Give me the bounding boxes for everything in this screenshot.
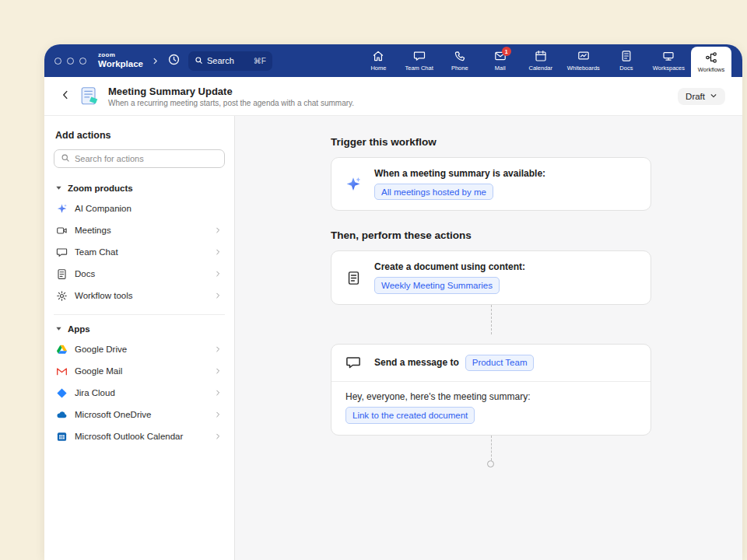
nav-item-phone[interactable]: Phone [440, 44, 480, 77]
nav-item-docs[interactable]: Docs [606, 44, 647, 77]
window-control-dot[interactable] [54, 58, 61, 65]
window-control-dot[interactable] [79, 58, 86, 65]
send-message-action-card[interactable]: Send a message to Product Team Hey, ever… [331, 344, 651, 436]
sidebar-item-label: Meetings [75, 226, 111, 235]
sidebar-item-jira-cloud[interactable]: Jira Cloud [54, 382, 225, 404]
sidebar-section-zoom-products: Zoom products AI Companion Meetings [54, 179, 225, 306]
sidebar-item-label: Google Drive [75, 345, 127, 354]
team-chat-icon [55, 246, 68, 258]
caret-down-icon [55, 184, 62, 193]
nav-item-calendar[interactable]: Calendar [521, 44, 561, 77]
chevron-right-icon [214, 389, 222, 397]
sidebar-item-workflow-tools[interactable]: Workflow tools [54, 285, 225, 306]
sidebar-item-label: Docs [75, 269, 95, 278]
draft-status-dropdown[interactable]: Draft [678, 88, 725, 105]
create-document-action-card[interactable]: Create a document using content: Weekly … [331, 250, 651, 304]
zoom-workplace-logo: zoom Workplace [98, 52, 143, 69]
sidebar-item-ai-companion[interactable]: AI Companion [54, 198, 225, 219]
chevron-right-icon [214, 226, 222, 234]
ai-companion-icon [55, 202, 68, 215]
google-drive-icon [55, 343, 68, 355]
sidebar-title: Add actions [55, 130, 225, 141]
sidebar-item-google-mail[interactable]: Google Mail [54, 360, 225, 382]
sidebar-item-meetings[interactable]: Meetings [54, 219, 225, 241]
sidebar-item-team-chat[interactable]: Team Chat [54, 241, 225, 263]
workflow-connector-line [491, 436, 492, 460]
trigger-card[interactable]: When a meeting summary is available: All… [331, 157, 651, 211]
sidebar-item-label: Team Chat [75, 247, 118, 257]
trigger-card-title: When a meeting summary is available: [374, 168, 545, 179]
chevron-right-icon [214, 367, 222, 375]
history-button[interactable] [167, 53, 181, 69]
workflow-canvas: Trigger this workflow When a meeting sum… [235, 116, 742, 560]
nav-expand-chevron[interactable] [151, 57, 160, 65]
sidebar-item-docs[interactable]: Docs [54, 263, 225, 285]
document-link-chip[interactable]: Link to the created document [345, 407, 475, 423]
sidebar-item-label: Microsoft OneDrive [75, 410, 151, 419]
workflow-connector-line [491, 305, 492, 334]
nav-item-mail[interactable]: 1 Mail [480, 44, 521, 77]
chevron-down-icon [710, 92, 717, 101]
nav-item-home[interactable]: Home [358, 44, 398, 77]
docs-icon [55, 268, 68, 280]
sidebar-item-label: Jira Cloud [75, 388, 115, 397]
docs-icon [620, 50, 633, 62]
nav-item-label: Mail [495, 65, 506, 72]
section-header-apps[interactable]: Apps [54, 320, 225, 338]
mail-unread-badge: 1 [502, 47, 511, 56]
nav-item-whiteboards[interactable]: Whiteboards [561, 44, 606, 77]
chevron-right-icon [214, 432, 222, 440]
action-card-title: Send a message to [374, 357, 459, 368]
team-chat-icon [413, 50, 426, 62]
history-icon [167, 53, 181, 69]
trigger-scope-chip[interactable]: All meetings hosted by me [374, 184, 493, 200]
add-actions-sidebar: Add actions Zoom products AI Companion [44, 116, 235, 560]
sidebar-item-label: Workflow tools [75, 291, 133, 300]
actions-search-field[interactable] [54, 149, 225, 168]
nav-item-team-chat[interactable]: Team Chat [398, 44, 439, 77]
action-card-title: Create a document using content: [374, 261, 525, 272]
section-label: Zoom products [68, 184, 133, 193]
workflows-icon [705, 51, 717, 64]
section-label: Apps [68, 324, 90, 334]
gear-icon [55, 289, 68, 302]
global-search[interactable]: Search ⌘F [188, 51, 272, 71]
workflow-titles: Meeting Summary Update When a recurring … [108, 86, 354, 107]
message-recipient-chip[interactable]: Product Team [465, 355, 535, 371]
search-input[interactable] [75, 154, 218, 163]
nav-item-label: Whiteboards [567, 65, 600, 72]
add-step-node[interactable] [487, 460, 494, 467]
nav-item-label: Workspaces [653, 65, 685, 72]
onedrive-icon [55, 408, 68, 421]
document-icon [344, 271, 363, 285]
document-content-chip[interactable]: Weekly Meeting Summaries [374, 277, 500, 293]
brand-zoom-text: zoom [98, 52, 143, 58]
nav-item-workflows[interactable]: Workflows [691, 47, 731, 77]
sidebar-item-label: Google Mail [75, 366, 122, 376]
outlook-calendar-icon [55, 430, 68, 443]
search-shortcut: ⌘F [254, 57, 266, 65]
sidebar-item-label: AI Companion [75, 204, 132, 213]
nav-item-workspaces[interactable]: Workspaces [647, 44, 691, 77]
sidebar-item-microsoft-onedrive[interactable]: Microsoft OneDrive [54, 404, 225, 425]
sidebar-item-microsoft-outlook-calendar[interactable]: Microsoft Outlook Calendar [54, 425, 225, 447]
section-header-zoom-products[interactable]: Zoom products [54, 179, 225, 198]
app-window: zoom Workplace Search ⌘F [44, 44, 742, 560]
sidebar-item-label: Microsoft Outlook Calendar [75, 432, 183, 441]
brand-workplace-text: Workplace [98, 60, 143, 69]
chevron-right-icon [214, 345, 222, 353]
nav-item-more[interactable]: More [731, 44, 742, 77]
meetings-icon [55, 224, 68, 236]
sidebar-item-google-drive[interactable]: Google Drive [54, 338, 225, 360]
nav-item-label: Phone [451, 65, 468, 72]
window-control-dot[interactable] [67, 58, 74, 65]
google-mail-icon [55, 365, 68, 377]
phone-icon [454, 50, 466, 62]
workspaces-icon [662, 50, 675, 62]
window-controls[interactable] [54, 58, 86, 65]
workflow-subtitle: When a recurring meeting starts, post th… [108, 99, 354, 107]
calendar-icon [535, 50, 547, 62]
jira-icon [55, 387, 68, 399]
workflow-header: Meeting Summary Update When a recurring … [44, 77, 742, 116]
back-button[interactable] [60, 89, 71, 103]
